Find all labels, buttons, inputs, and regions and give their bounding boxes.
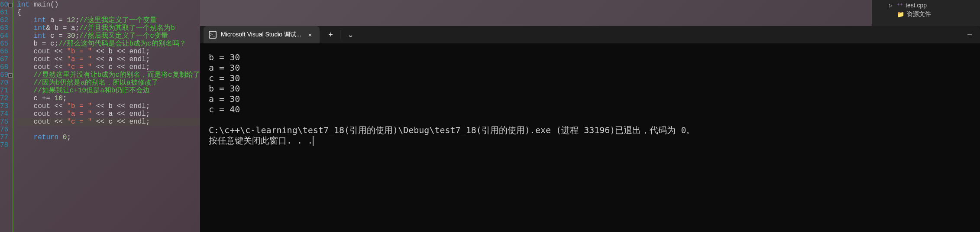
fold-cell: -: [8, 1, 13, 9]
fold-toggle[interactable]: -: [8, 73, 13, 78]
expand-icon[interactable]: ▷: [889, 3, 894, 8]
token-id: cout: [34, 110, 50, 118]
token-id: endl: [129, 110, 146, 118]
token-op: c =: [46, 32, 67, 40]
token-cmt: //并且我为其取了一个别名为b: [79, 24, 175, 32]
code-line[interactable]: int c = 30;//然后我又定义了一个c变量: [17, 32, 204, 40]
code-line[interactable]: cout << "c = " << c << endl;: [17, 118, 204, 126]
solution-explorer[interactable]: ▷⁺⁺test.cpp📁资源文件: [872, 0, 980, 26]
token-op: << b <<: [92, 102, 129, 110]
solution-item[interactable]: 📁资源文件: [872, 10, 980, 19]
code-line[interactable]: cout << "a = " << a << endl;: [17, 110, 204, 118]
code-line[interactable]: cout << "b = " << b << endl;: [17, 102, 204, 110]
code-line[interactable]: [17, 126, 204, 134]
terminal-titlebar: >_ Microsoft Visual Studio 调试... ✕ + ⌄: [200, 26, 980, 43]
fold-cell: [8, 16, 13, 24]
code-line[interactable]: cout << "c = " << c << endl;: [17, 63, 204, 71]
token-cmt: //因为b仍然是a的别名，所以a被修改了: [34, 79, 158, 87]
token-op: ;: [146, 63, 150, 71]
token-cmt: //显然这里并没有让b成为c的别名，而是将c复制给了a: [34, 71, 204, 79]
minimize-button[interactable]: [959, 26, 980, 43]
code-line[interactable]: //如果我让c+10但是a和b仍旧不会边: [17, 87, 204, 95]
token-op: b = c;: [34, 40, 59, 48]
code-line[interactable]: int a = 12;//这里我定义了一个变量: [17, 16, 204, 24]
fold-gutter[interactable]: --: [8, 0, 13, 232]
token-kw: return: [34, 134, 59, 141]
token-op: ;: [67, 134, 71, 141]
token-op: ;: [75, 16, 80, 24]
token-op: {: [17, 9, 21, 16]
token-op: <<: [50, 118, 67, 126]
close-tab-button[interactable]: ✕: [306, 30, 314, 39]
line-number: 65: [0, 40, 8, 48]
token-id: endl: [129, 118, 146, 126]
solution-item[interactable]: ▷⁺⁺test.cpp: [872, 1, 980, 10]
token-str: "a = ": [67, 56, 92, 63]
terminal-line: b = 30: [209, 83, 971, 94]
token-op: <<: [50, 63, 67, 71]
code-line[interactable]: c += 10;: [17, 95, 204, 102]
token-kw: int: [34, 24, 46, 32]
terminal-icon: >_: [209, 31, 217, 39]
code-content[interactable]: int main(){ int a = 12;//这里我定义了一个变量 int&…: [13, 0, 204, 232]
token-num: 0: [63, 134, 67, 141]
line-number: 78: [0, 141, 8, 149]
terminal-line: a = 30: [209, 94, 971, 104]
token-id: cout: [34, 56, 50, 63]
token-kw: int: [34, 32, 46, 40]
fold-cell: [8, 87, 13, 95]
fold-cell: [8, 126, 13, 134]
code-line[interactable]: return 0;: [17, 134, 204, 141]
token-num: 10: [55, 95, 63, 102]
terminal-output[interactable]: b = 30a = 30c = 30b = 30a = 30c = 40 C:\…: [200, 43, 980, 154]
line-number: 69: [0, 71, 8, 79]
token-id: cout: [34, 48, 50, 56]
token-cmt: //那么这句代码是会让b成为c的别名吗？: [58, 40, 186, 48]
token-id: endl: [129, 63, 146, 71]
code-line[interactable]: b = c;//那么这句代码是会让b成为c的别名吗？: [17, 40, 204, 48]
token-op: << a <<: [92, 56, 129, 63]
code-line[interactable]: //因为b仍然是a的别名，所以a被修改了: [17, 79, 204, 87]
code-line[interactable]: cout << "a = " << a << endl;: [17, 56, 204, 63]
fold-cell: [8, 40, 13, 48]
line-number: 73: [0, 102, 8, 110]
tab-dropdown-button[interactable]: ⌄: [342, 28, 359, 41]
code-line[interactable]: cout << "b = " << b << endl;: [17, 48, 204, 56]
code-line[interactable]: //显然这里并没有让b成为c的别名，而是将c复制给了a: [17, 71, 204, 79]
token-op: (): [50, 1, 58, 9]
line-number: 60: [0, 1, 8, 9]
token-str: "b = ": [67, 48, 92, 56]
terminal-line: c = 40: [209, 104, 971, 114]
token-id: endl: [129, 102, 146, 110]
token-op: ;: [146, 118, 150, 126]
new-tab-button[interactable]: +: [323, 29, 338, 41]
token-op: << c <<: [92, 63, 129, 71]
code-line[interactable]: int& b = a;//并且我为其取了一个别名为b: [17, 24, 204, 32]
line-number: 75: [0, 118, 8, 126]
terminal-tab[interactable]: >_ Microsoft Visual Studio 调试... ✕: [204, 26, 320, 43]
code-line[interactable]: int main(): [17, 1, 204, 9]
fold-cell: [8, 9, 13, 16]
fold-toggle[interactable]: -: [8, 3, 13, 7]
token-op: a =: [46, 16, 67, 24]
token-op: << a <<: [92, 110, 129, 118]
token-num: 30: [67, 32, 75, 40]
fold-cell: [8, 141, 13, 149]
code-line[interactable]: [17, 141, 204, 149]
fold-cell: [8, 118, 13, 126]
token-kw: int: [34, 16, 46, 24]
token-str: "c = ": [67, 118, 92, 126]
terminal-line: a = 30: [209, 62, 971, 73]
token-op: ;: [146, 102, 150, 110]
terminal-tab-actions: + ⌄: [323, 28, 359, 41]
line-number: 61: [0, 9, 8, 16]
token-cmt: //如果我让c+10但是a和b仍旧不会边: [34, 87, 150, 95]
fold-cell: [8, 56, 13, 63]
code-line[interactable]: {: [17, 9, 204, 16]
token-op: c +=: [34, 95, 55, 102]
fold-cell: [8, 110, 13, 118]
token-cmt: //然后我又定义了一个c变量: [79, 32, 168, 40]
code-editor[interactable]: 60616263646566676869707172737475767778 -…: [0, 0, 200, 232]
divider: [340, 30, 340, 39]
terminal-window: >_ Microsoft Visual Studio 调试... ✕ + ⌄ b…: [200, 26, 980, 232]
